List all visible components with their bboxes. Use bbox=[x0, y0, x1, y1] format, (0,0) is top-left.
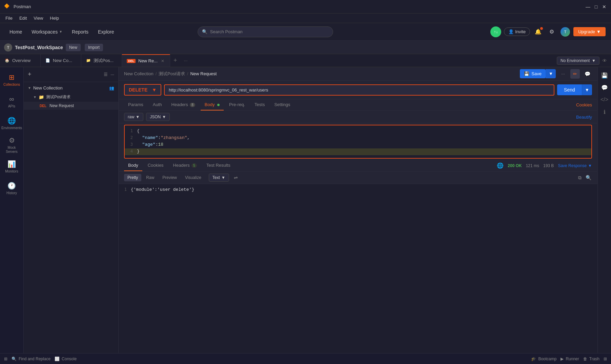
globe-icon[interactable]: 🌐 bbox=[497, 162, 504, 169]
maximize-button[interactable]: □ bbox=[593, 4, 599, 9]
search-bar[interactable]: 🔍 Search Postman bbox=[198, 26, 333, 37]
import-button[interactable]: Import bbox=[85, 44, 103, 51]
sidebar-item-mock-servers[interactable]: ⚙ Mock Servers bbox=[2, 135, 22, 155]
tab-new-request[interactable]: DEL New Re... ✕ bbox=[122, 54, 170, 67]
expand-button[interactable]: ⊞ bbox=[604, 357, 607, 361]
resp-tab-body[interactable]: Body bbox=[124, 160, 142, 171]
nav-reports[interactable]: Reports bbox=[68, 27, 93, 37]
request-item[interactable]: DEL New Request bbox=[24, 102, 118, 110]
menu-edit[interactable]: Edit bbox=[17, 15, 29, 21]
edit-pencil-button[interactable]: ✏ bbox=[570, 69, 580, 79]
tab-settings[interactable]: Settings bbox=[270, 99, 294, 110]
body-type-select[interactable]: JSON ▼ bbox=[146, 113, 170, 121]
tab-tests[interactable]: Tests bbox=[250, 99, 269, 110]
sidebar-item-environments[interactable]: 🌐 Environments bbox=[2, 113, 22, 134]
tab-params[interactable]: Params bbox=[124, 99, 147, 110]
statusbar-right: 🎓 Bootcamp ▶ Runner 🗑 Trash ⊞ bbox=[531, 357, 607, 361]
response-size: 193 B bbox=[543, 163, 554, 168]
resp-tab-headers[interactable]: Headers 5 bbox=[169, 160, 201, 171]
body-active-dot bbox=[217, 104, 220, 106]
sidebar-item-collections[interactable]: ⊞ Collections bbox=[2, 70, 22, 90]
resp-format-pretty[interactable]: Pretty bbox=[124, 174, 141, 181]
search-response-button[interactable]: 🔍 bbox=[585, 174, 592, 181]
runner-button[interactable]: ▶ Runner bbox=[561, 357, 579, 361]
new-button[interactable]: New bbox=[66, 44, 81, 51]
invite-button[interactable]: 👤 Invite bbox=[504, 27, 530, 36]
save-button[interactable]: 💾 Send Save bbox=[520, 69, 546, 78]
sort-icon[interactable]: ☰ bbox=[104, 72, 108, 77]
breadcrumb-sep-1: / bbox=[156, 72, 157, 76]
find-replace-button[interactable]: 🔍 Find and Replace bbox=[12, 357, 50, 361]
minimize-button[interactable]: — bbox=[585, 4, 591, 9]
breadcrumb-collection[interactable]: New Collection bbox=[124, 71, 154, 76]
right-panel-code-btn[interactable]: </> bbox=[599, 94, 610, 105]
console-button[interactable]: ⬜ Console bbox=[55, 357, 77, 361]
send-button[interactable]: Send bbox=[557, 84, 582, 95]
action-more-button[interactable]: ··· bbox=[558, 70, 568, 78]
settings-button[interactable]: ⚙ bbox=[546, 26, 557, 37]
breadcrumb-folder[interactable]: 测试Post请求 bbox=[159, 71, 185, 77]
env-eye-button[interactable]: 👁 bbox=[602, 58, 607, 63]
save-dropdown-button[interactable]: ▼ bbox=[546, 69, 556, 78]
resp-format-visualize[interactable]: Visualize bbox=[182, 174, 205, 181]
right-panel-save-btn[interactable]: 💾 bbox=[599, 70, 610, 81]
sync-status-button[interactable]: ↑↓ bbox=[490, 26, 501, 37]
statusbar-layout-button[interactable]: ⊞ bbox=[4, 357, 7, 361]
right-panel-info-btn[interactable]: ℹ bbox=[599, 106, 610, 117]
save-icon: 💾 bbox=[524, 71, 529, 76]
topnav-right: ↑↓ 👤 Invite 🔔 ⚙ T Upgrade ▼ bbox=[490, 26, 606, 37]
environment-select[interactable]: No Environment ▼ bbox=[557, 57, 599, 65]
sidebar-item-apis[interactable]: ∞ APIs bbox=[2, 92, 22, 112]
menu-view[interactable]: View bbox=[31, 15, 46, 21]
collection-item[interactable]: ▼ New Collection 👥 bbox=[24, 83, 118, 93]
resp-format-raw[interactable]: Raw bbox=[143, 174, 158, 181]
save-response-button[interactable]: Save Response ▼ bbox=[558, 163, 592, 168]
method-select[interactable]: DELETE ▼ bbox=[124, 84, 161, 96]
resp-filter-button[interactable]: ⇌ bbox=[230, 174, 241, 182]
nav-workspaces[interactable]: Workspaces ▼ bbox=[27, 27, 66, 37]
code-line-3: 3 "age":18 bbox=[125, 142, 591, 148]
menu-file[interactable]: File bbox=[3, 15, 15, 21]
add-collection-button[interactable]: + bbox=[28, 71, 32, 78]
resp-tab-test-results[interactable]: Test Results bbox=[202, 160, 235, 171]
right-panel-chat-btn[interactable]: 💬 bbox=[599, 82, 610, 93]
tab-headers[interactable]: Headers 8 bbox=[167, 99, 199, 110]
tab-body[interactable]: Body bbox=[201, 99, 224, 110]
resp-text-select[interactable]: Text ▼ bbox=[209, 174, 229, 182]
tab-prereq[interactable]: Pre-req. bbox=[225, 99, 249, 110]
collections-panel: + ☰ ··· ▼ New Collection 👥 ▼ 📁 测试Post请求 … bbox=[24, 67, 119, 353]
avatar-button[interactable]: T bbox=[560, 26, 571, 37]
tab-auth[interactable]: Auth bbox=[149, 99, 166, 110]
collection-expand-icon[interactable]: ▼ bbox=[28, 86, 31, 90]
upgrade-button[interactable]: Upgrade ▼ bbox=[573, 27, 606, 36]
panel-menu-button[interactable]: ··· bbox=[110, 72, 114, 77]
resp-format-preview[interactable]: Preview bbox=[159, 174, 180, 181]
tab-more-button[interactable]: ··· bbox=[181, 54, 191, 67]
response-tabs-bar: Body Cookies Headers 5 Test Results 🌐 20… bbox=[119, 160, 597, 171]
trash-button[interactable]: 🗑 Trash bbox=[583, 357, 599, 361]
tab-folder[interactable]: 📁 测试Pos... bbox=[81, 54, 122, 67]
body-editor[interactable]: 1 { 2 "name":"zhangsan", 3 "age":18 4 } bbox=[124, 125, 592, 159]
folder-expand-icon[interactable]: ▼ bbox=[33, 95, 37, 99]
copy-response-button[interactable]: ⧉ bbox=[577, 174, 582, 181]
menu-help[interactable]: Help bbox=[47, 15, 62, 21]
bootcamp-button[interactable]: 🎓 Bootcamp bbox=[531, 357, 556, 361]
close-button[interactable]: ✕ bbox=[602, 4, 607, 9]
body-format-select[interactable]: raw ▼ bbox=[124, 113, 143, 121]
sidebar-item-monitors[interactable]: 📊 Monitors bbox=[2, 157, 22, 177]
sidebar-item-history[interactable]: 🕐 History bbox=[2, 178, 22, 199]
add-tab-button[interactable]: + bbox=[170, 54, 181, 67]
nav-explore[interactable]: Explore bbox=[94, 27, 118, 37]
tab-new-collection[interactable]: 📄 New Co... bbox=[41, 54, 81, 67]
tab-close-button[interactable]: ✕ bbox=[160, 58, 165, 64]
cookies-button[interactable]: Cookies bbox=[576, 102, 592, 107]
notifications-button[interactable]: 🔔 bbox=[533, 26, 544, 37]
send-dropdown-button[interactable]: ▼ bbox=[582, 84, 592, 95]
resp-tab-cookies[interactable]: Cookies bbox=[144, 160, 168, 171]
folder-item[interactable]: ▼ 📁 测试Post请求 bbox=[24, 93, 118, 102]
beautify-button[interactable]: Beautify bbox=[576, 115, 592, 120]
edit-comment-button[interactable]: 💬 bbox=[583, 69, 592, 79]
url-input[interactable] bbox=[164, 84, 554, 96]
nav-home[interactable]: Home bbox=[5, 27, 26, 37]
tab-overview[interactable]: 🏠 Overview bbox=[0, 54, 41, 67]
